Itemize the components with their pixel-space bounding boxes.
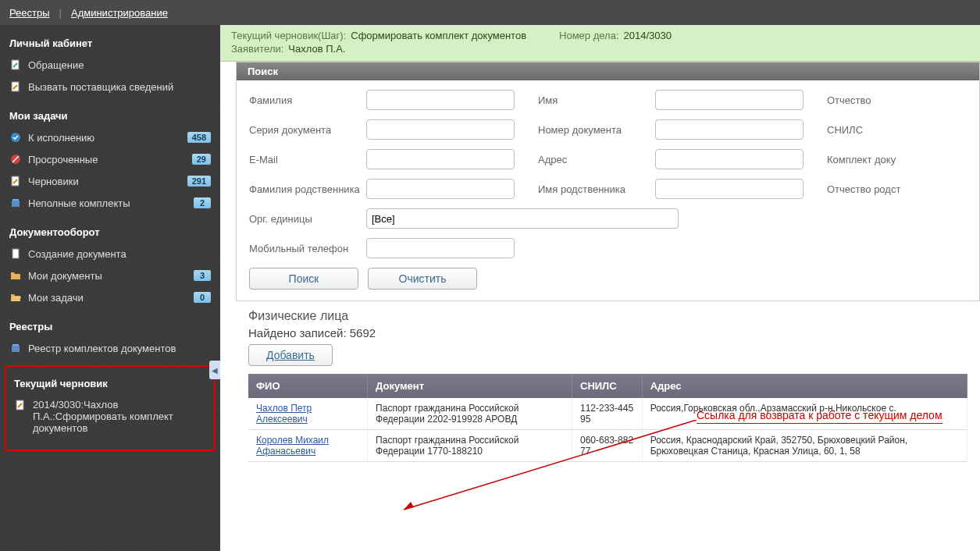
step-value: Сформировать комплект документов xyxy=(351,30,526,41)
snils-label: СНИЛС xyxy=(827,124,944,136)
org-label: Орг. единицы xyxy=(249,213,366,225)
count-badge: 2 xyxy=(194,197,211,208)
email-input[interactable] xyxy=(366,149,515,169)
svg-rect-6 xyxy=(12,201,20,207)
results-title: Физические лица xyxy=(248,309,968,323)
sidebar-item-incomplete[interactable]: Неполные комплекты 2 xyxy=(0,192,220,214)
rel-lastname-input[interactable] xyxy=(366,179,515,199)
sidebar-item-my-tasks[interactable]: Мои задачи 0 xyxy=(0,286,220,308)
clear-button[interactable]: Очистить xyxy=(368,268,477,290)
person-link[interactable]: Королев Михаил Афанасьевич xyxy=(256,435,329,457)
svg-marker-13 xyxy=(404,502,414,510)
cell-snils: 060-683-882 77 xyxy=(572,430,643,462)
folder-icon xyxy=(9,269,22,282)
section-draft-title: Текущий черновик xyxy=(11,373,209,394)
phone-label: Мобильный телефон xyxy=(249,243,366,254)
cell-address: Россия, Краснодарский Край, 352750, Брюх… xyxy=(642,430,967,462)
doc-number-input[interactable] xyxy=(655,119,804,140)
results-section: Физические лица Найдено записей: 5692 До… xyxy=(236,309,980,462)
firstname-input[interactable] xyxy=(655,90,804,110)
main-area: Текущий черновик(Шаг): Сформировать комп… xyxy=(220,25,980,551)
sidebar-item-doc-registry[interactable]: Реестр комплектов документов xyxy=(0,337,220,359)
sidebar-item-label: 2014/3030:Чахлов П.А.:Сформировать компл… xyxy=(33,399,206,434)
rel-firstname-label: Имя родственника xyxy=(538,183,655,195)
org-units-input[interactable] xyxy=(366,208,679,229)
col-document[interactable]: Документ xyxy=(368,374,572,398)
sidebar-item-label: Черновики xyxy=(28,176,181,187)
count-badge: 458 xyxy=(187,132,211,143)
folder-open-icon xyxy=(9,291,22,304)
svg-rect-7 xyxy=(12,199,19,201)
sidebar-item-new-appeal[interactable]: Обращение xyxy=(0,54,220,76)
case-value: 2014/3030 xyxy=(624,30,672,41)
annotation-callout: Ссылка для возврата к работе с текущим д… xyxy=(697,409,943,424)
sidebar-item-my-docs[interactable]: Мои документы 3 xyxy=(0,265,220,286)
cell-document: Паспорт гражданина Российской Федерации … xyxy=(368,398,572,430)
sidebar: Личный кабинет Обращение Вызвать поставщ… xyxy=(0,25,220,551)
col-fio[interactable]: ФИО xyxy=(248,374,368,398)
count-badge: 0 xyxy=(194,292,211,303)
sidebar-item-label: Мои задачи xyxy=(28,292,187,304)
section-registries-title: Реестры xyxy=(0,316,220,337)
svg-rect-10 xyxy=(12,344,19,346)
sidebar-item-label: Создание документа xyxy=(28,248,211,260)
sidebar-item-pending[interactable]: К исполнению 458 xyxy=(0,126,220,148)
sidebar-item-drafts[interactable]: Черновики 291 xyxy=(0,170,220,192)
sidebar-item-create-doc[interactable]: Создание документа xyxy=(0,243,220,265)
section-tasks-title: Мои задачи xyxy=(0,105,220,126)
rel-lastname-label: Фамилия родственника xyxy=(249,183,366,195)
count-badge: 3 xyxy=(194,270,211,281)
chevron-left-icon: ◀ xyxy=(212,366,218,375)
stack-icon xyxy=(9,342,22,354)
step-label: Текущий черновик(Шаг): xyxy=(231,30,346,41)
cell-snils: 112-233-445 95 xyxy=(572,398,643,430)
sidebar-item-label: Мои документы xyxy=(28,270,187,282)
info-bar: Текущий черновик(Шаг): Сформировать комп… xyxy=(220,25,980,62)
doc-series-input[interactable] xyxy=(366,119,515,140)
sidebar-item-label: Реестр комплектов документов xyxy=(28,343,211,354)
current-draft-box: Текущий черновик 2014/3030:Чахлов П.А.:С… xyxy=(5,365,216,451)
address-input[interactable] xyxy=(655,149,804,169)
section-cabinet-title: Личный кабинет xyxy=(0,33,220,54)
sidebar-item-current-draft[interactable]: 2014/3030:Чахлов П.А.:Сформировать компл… xyxy=(11,394,209,439)
nav-registries[interactable]: Реестры xyxy=(9,7,50,19)
document-icon xyxy=(9,247,22,260)
count-badge: 291 xyxy=(187,176,211,187)
draft-icon xyxy=(9,175,22,187)
set-label: Комплект доку xyxy=(827,154,944,165)
sidebar-item-label: Обращение xyxy=(28,59,211,71)
col-snils[interactable]: СНИЛС xyxy=(572,374,643,398)
person-link[interactable]: Чахлов Петр Алексеевич xyxy=(256,403,312,425)
stack-icon xyxy=(9,197,22,209)
blocked-icon xyxy=(9,153,22,165)
lastname-input[interactable] xyxy=(366,90,515,110)
nav-admin[interactable]: Администрирование xyxy=(71,7,168,19)
search-panel-title: Поиск xyxy=(237,62,979,80)
sidebar-item-overdue[interactable]: Просроченные 29 xyxy=(0,148,220,170)
cell-document: Паспорт гражданина Российской Федерации … xyxy=(368,430,572,462)
col-address[interactable]: Адрес xyxy=(642,374,967,398)
check-circle-icon xyxy=(9,131,22,144)
firstname-label: Имя xyxy=(538,94,655,106)
email-label: E-Mail xyxy=(249,154,366,165)
add-button[interactable]: Добавить xyxy=(248,344,333,366)
search-button[interactable]: Поиск xyxy=(249,268,358,290)
search-panel: Поиск Фамилия Имя Отчество Серия докумен… xyxy=(236,62,980,301)
sidebar-collapse-toggle[interactable]: ◀ xyxy=(209,361,220,379)
middlename-label: Отчество xyxy=(827,94,944,106)
nav-separator: | xyxy=(59,7,62,19)
document-edit-icon xyxy=(9,80,22,93)
svg-rect-9 xyxy=(12,346,20,352)
sidebar-item-call-provider[interactable]: Вызвать поставщика сведений xyxy=(0,76,220,98)
phone-input[interactable] xyxy=(366,238,515,258)
sidebar-item-label: Просроченные xyxy=(28,154,186,165)
document-new-icon xyxy=(9,59,22,71)
applicants-label: Заявители: xyxy=(231,43,283,55)
case-label: Номер дела: xyxy=(559,30,618,41)
table-row: Королев Михаил Афанасьевич Паспорт гражд… xyxy=(248,430,968,462)
topbar: Реестры | Администрирование xyxy=(0,0,980,25)
rel-firstname-input[interactable] xyxy=(655,179,804,199)
annotation-text: Ссылка для возврата к работе с текущим д… xyxy=(697,409,943,424)
sidebar-item-label: Неполные комплекты xyxy=(28,197,187,209)
draft-icon xyxy=(14,399,27,411)
